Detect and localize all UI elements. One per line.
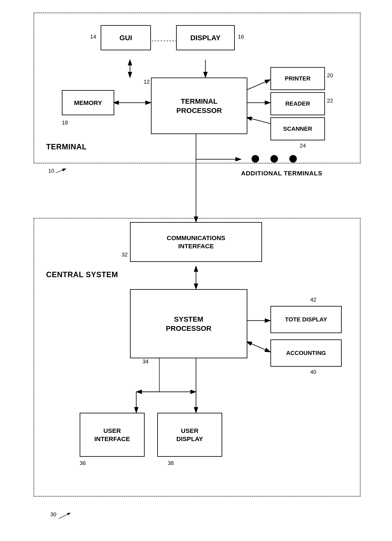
additional-dot-3	[289, 155, 297, 163]
ref-22: 22	[327, 97, 333, 104]
ref-20: 20	[327, 72, 333, 79]
diagram-container: TERMINAL 10 GUI 14 DISPLAY 16 TERMINAL P…	[0, 0, 392, 541]
ref-10-arrow	[56, 166, 68, 175]
ref-40: 40	[310, 369, 316, 375]
scanner-box: SCANNER	[270, 117, 325, 140]
user-interface-box: USER INTERFACE	[80, 413, 145, 457]
svg-line-28	[59, 513, 70, 519]
memory-box: MEMORY	[62, 90, 114, 115]
printer-box: PRINTER	[270, 67, 325, 90]
ref-16: 16	[238, 34, 244, 40]
tote-display-box: TOTE DISPLAY	[270, 306, 342, 333]
additional-dot-2	[270, 155, 278, 163]
system-processor-box: SYSTEM PROCESSOR	[130, 289, 247, 358]
ref-42: 42	[310, 297, 316, 303]
ref-10: 10	[48, 168, 54, 174]
ref-32: 32	[122, 251, 128, 258]
gui-box: GUI	[101, 25, 151, 50]
ref-38: 38	[168, 460, 174, 466]
ref-36: 36	[80, 460, 86, 466]
terminal-section-label: TERMINAL	[46, 142, 87, 151]
svg-line-25	[56, 169, 66, 173]
ref-24: 24	[300, 142, 306, 149]
ref-18: 18	[62, 120, 68, 126]
ref-12: 12	[144, 78, 150, 85]
ref-30-arrow	[59, 511, 73, 521]
reader-box: READER	[270, 92, 325, 115]
accounting-box: ACCOUNTING	[270, 339, 342, 367]
terminal-processor-box: TERMINAL PROCESSOR	[151, 78, 247, 134]
comms-interface-box: COMMUNICATIONS INTERFACE	[130, 222, 262, 262]
ref-14: 14	[90, 34, 96, 40]
ref-34: 34	[142, 358, 149, 365]
additional-dot-1	[251, 155, 259, 163]
ref-30: 30	[50, 511, 56, 518]
user-display-box: USER DISPLAY	[157, 413, 222, 457]
additional-terminals-label: ADDITIONAL TERMINALS	[241, 170, 322, 177]
central-section-label: CENTRAL SYSTEM	[46, 270, 118, 279]
display-box: DISPLAY	[176, 25, 235, 50]
